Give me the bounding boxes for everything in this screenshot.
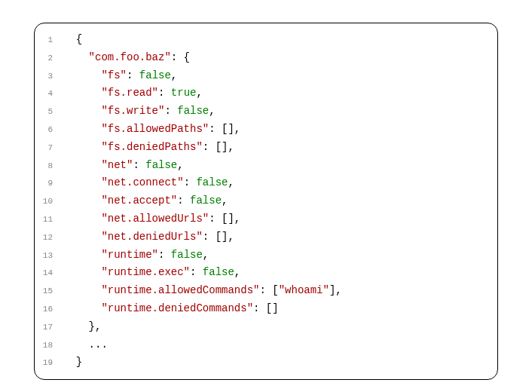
- line-number: 13: [42, 249, 63, 263]
- line-number: 2: [42, 51, 63, 66]
- token-punc: :: [158, 249, 171, 261]
- token-bool: false: [171, 249, 203, 261]
- token-punc: : {: [171, 51, 190, 63]
- code-content: "fs.write": false,: [63, 103, 484, 121]
- code-content: "fs": false,: [63, 67, 484, 85]
- code-line: 4"fs.read": true,: [42, 84, 484, 103]
- token-punc: :: [190, 266, 203, 278]
- token-punc: : [],: [209, 213, 240, 225]
- token-key: "fs.allowedPaths": [101, 123, 209, 135]
- token-key: "net.deniedUrls": [101, 231, 202, 243]
- token-punc: : [],: [203, 231, 234, 243]
- token-key: "net.connect": [101, 176, 183, 188]
- token-bool: false: [196, 176, 228, 188]
- token-punc: }: [76, 356, 82, 368]
- token-punc: : [],: [203, 141, 234, 153]
- token-punc: ,: [234, 266, 240, 278]
- token-punc: ,: [228, 176, 234, 188]
- code-content: "runtime.exec": false,: [63, 264, 484, 282]
- line-number: 17: [42, 320, 63, 335]
- code-line: 13"runtime": false,: [42, 247, 484, 265]
- token-key: "net.allowedUrls": [101, 213, 209, 225]
- line-number: 1: [42, 33, 63, 47]
- line-number: 6: [42, 123, 63, 137]
- line-number: 19: [42, 356, 63, 370]
- token-punc: {: [76, 33, 82, 45]
- token-punc: :: [158, 87, 171, 99]
- token-punc: ,: [171, 69, 177, 81]
- token-punc: ,: [177, 159, 183, 171]
- token-bool: false: [203, 266, 234, 278]
- line-number: 5: [42, 105, 63, 119]
- code-line: 14"runtime.exec": false,: [42, 264, 484, 282]
- token-bool: false: [177, 105, 209, 117]
- code-content: ...: [63, 336, 484, 354]
- code-content: {: [63, 31, 484, 49]
- line-number: 12: [42, 231, 63, 245]
- line-number: 4: [42, 87, 63, 101]
- token-key: "runtime.exec": [101, 266, 190, 278]
- line-number: 3: [42, 69, 63, 84]
- token-key: "net": [101, 159, 133, 171]
- code-content: "fs.read": true,: [63, 84, 484, 103]
- token-key: "fs.deniedPaths": [101, 141, 202, 153]
- code-content: "net.allowedUrls": [],: [63, 210, 484, 228]
- code-content: "com.foo.baz": {: [63, 49, 484, 67]
- code-listing: 1{2"com.foo.baz": {3"fs": false,4"fs.rea…: [34, 23, 498, 380]
- code-line: 11"net.allowedUrls": [],: [42, 210, 484, 228]
- token-punc: },: [89, 320, 102, 332]
- code-line: 1{: [42, 31, 484, 49]
- line-number: 16: [42, 302, 63, 317]
- code-content: "runtime.deniedCommands": []: [63, 300, 484, 318]
- token-punc: : []: [253, 302, 279, 314]
- token-str: "whoami": [279, 284, 329, 296]
- code-line: 8"net": false,: [42, 157, 484, 175]
- token-punc: ,: [196, 87, 202, 99]
- token-key: "runtime.allowedCommands": [101, 284, 259, 296]
- token-bool: false: [145, 159, 177, 171]
- code-content: "runtime.allowedCommands": ["whoami"],: [63, 282, 484, 300]
- code-content: "net.deniedUrls": [],: [63, 228, 484, 247]
- line-number: 8: [42, 159, 63, 173]
- code-line: 12"net.deniedUrls": [],: [42, 228, 484, 247]
- code-line: 16"runtime.deniedCommands": []: [42, 300, 484, 318]
- line-number: 15: [42, 284, 63, 299]
- line-number: 18: [42, 338, 63, 353]
- token-punc: :: [133, 159, 145, 171]
- code-line: 17},: [42, 318, 484, 336]
- token-key: "fs": [101, 69, 127, 81]
- code-line: 9"net.connect": false,: [42, 174, 484, 192]
- code-line: 5"fs.write": false,: [42, 103, 484, 121]
- token-punc: :: [164, 105, 177, 117]
- line-number: 11: [42, 213, 63, 227]
- token-punc: :: [184, 176, 197, 188]
- code-content: }: [63, 354, 484, 372]
- token-key: "runtime.deniedCommands": [101, 302, 253, 314]
- code-content: "runtime": false,: [63, 247, 484, 265]
- token-punc: ,: [222, 194, 228, 207]
- token-key: "fs.read": [101, 87, 158, 99]
- code-content: "fs.deniedPaths": [],: [63, 139, 484, 157]
- token-bool: false: [190, 194, 222, 207]
- token-punc: ],: [329, 284, 342, 296]
- line-number: 7: [42, 141, 63, 155]
- code-line: 15"runtime.allowedCommands": ["whoami"],: [42, 282, 484, 300]
- token-key: "runtime": [101, 249, 158, 261]
- code-content: },: [63, 318, 484, 336]
- code-line: 19}: [42, 354, 484, 372]
- code-content: "fs.allowedPaths": [],: [63, 121, 484, 139]
- token-ellipsis: ...: [89, 338, 108, 351]
- code-line: 18...: [42, 336, 484, 354]
- line-number: 10: [42, 194, 63, 209]
- code-line: 6"fs.allowedPaths": [],: [42, 121, 484, 139]
- code-line: 10"net.accept": false,: [42, 192, 484, 210]
- token-punc: : [: [259, 284, 278, 296]
- token-bool: true: [171, 87, 197, 99]
- token-key: "fs.write": [101, 105, 164, 117]
- token-punc: ,: [209, 105, 215, 117]
- code-line: 7"fs.deniedPaths": [],: [42, 139, 484, 157]
- token-punc: : [],: [209, 123, 240, 135]
- code-line: 2"com.foo.baz": {: [42, 49, 484, 67]
- line-number: 14: [42, 266, 63, 280]
- code-content: "net.connect": false,: [63, 174, 484, 192]
